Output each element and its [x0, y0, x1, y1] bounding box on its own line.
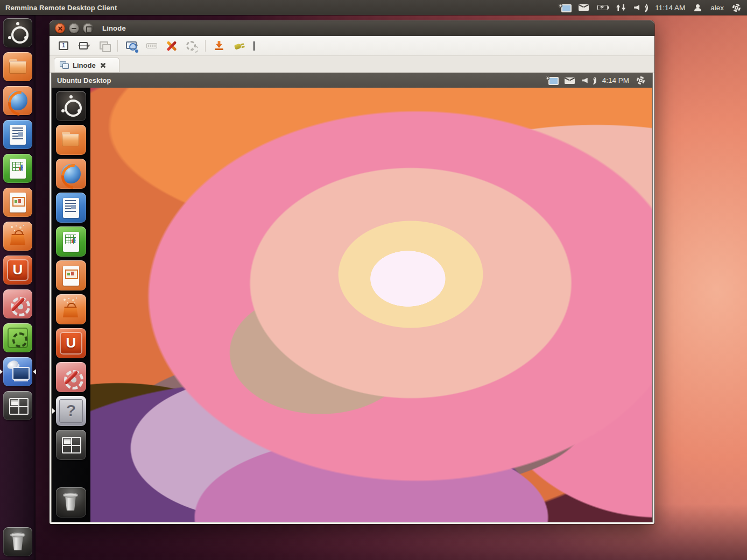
volume-indicator-icon[interactable] [634, 4, 646, 12]
firefox-icon [3, 86, 32, 115]
toolbar-fullscreen-button[interactable]: 1 [57, 39, 70, 52]
close-button[interactable] [55, 23, 65, 33]
gears-icon [185, 39, 198, 52]
mail-indicator-icon[interactable] [579, 4, 589, 11]
close-tab-icon[interactable] [100, 62, 107, 69]
network-updown-icon[interactable] [616, 4, 625, 11]
help-icon: ? [56, 396, 86, 426]
scaled-viewing-icon [125, 39, 138, 52]
ubuntu-one-glyph: U [3, 261, 32, 278]
launcher-item-trash[interactable] [3, 527, 32, 556]
user-name[interactable]: alex [710, 4, 724, 12]
toolbar-resize-button[interactable] [77, 39, 90, 52]
remote-clock[interactable]: 4:14 PM [602, 76, 629, 84]
toolbar-separator [205, 40, 206, 52]
remote-indicator-tray: 4:14 PM [546, 76, 647, 84]
remmina-toolbar: 1 [50, 36, 654, 56]
launcher-item-home-folder[interactable] [56, 125, 86, 155]
toolbar-settings-button [185, 39, 198, 52]
window-titlebar[interactable]: Linode [50, 20, 654, 36]
launcher-item-system-settings[interactable] [3, 289, 32, 318]
volume-wave [639, 3, 648, 13]
ubuntu-one-icon: U [3, 256, 32, 285]
text-cursor [253, 41, 255, 51]
launcher-item-system-settings[interactable] [56, 362, 86, 392]
launcher-item-ubuntu-software-center[interactable] [56, 294, 86, 324]
launcher-item-dash-home[interactable] [56, 91, 86, 121]
tab-label: Linode [73, 61, 96, 69]
launcher-item-libreoffice-calc[interactable] [3, 154, 32, 183]
remote-desktop-indicator-icon[interactable] [559, 4, 570, 12]
writer-icon [3, 120, 32, 149]
remote-desktop-label: Ubuntu Desktop [57, 76, 111, 84]
impress-icon [3, 188, 32, 217]
launcher-item-help[interactable]: ? [56, 396, 86, 426]
connection-tabbar: Linode [50, 56, 654, 73]
toolbar-separator [117, 40, 118, 52]
toolbar-scaled-view-button[interactable] [125, 39, 138, 52]
launcher-item-libreoffice-writer[interactable] [56, 193, 86, 223]
launcher-item-home-folder[interactable] [3, 52, 32, 81]
toolbar-preferences-button[interactable] [165, 39, 178, 52]
host-top-panel: Remmina Remote Desktop Client 11:14 AM a… [0, 0, 747, 15]
launcher-item-ubuntu-one[interactable]: U [3, 256, 32, 285]
toolbar-duplicate-button [97, 39, 110, 52]
mail-indicator-icon[interactable] [565, 77, 575, 84]
launcher-item-workspace-switcher[interactable] [3, 391, 32, 420]
trash-icon [3, 527, 32, 556]
writer-icon [56, 193, 86, 223]
toolbar-disconnect-button[interactable] [232, 39, 245, 52]
launcher-item-trash[interactable] [56, 487, 86, 518]
folder-icon [56, 125, 86, 155]
launcher-item-libreoffice-impress[interactable] [56, 260, 86, 290]
launcher-item-software-updater[interactable] [3, 323, 32, 352]
remote-desktop-viewport[interactable]: Ubuntu Desktop 4:14 PM U? [51, 73, 653, 522]
volume-wave [588, 75, 596, 86]
remmina-window: Linode 1 [50, 20, 654, 524]
launcher-item-libreoffice-writer[interactable] [3, 120, 32, 149]
remote-desktop-indicator-icon[interactable] [546, 76, 557, 84]
disconnect-plug-icon [232, 39, 245, 52]
launcher-item-libreoffice-calc[interactable] [56, 226, 86, 257]
fullscreen-number: 1 [57, 42, 70, 48]
firefox-icon [56, 159, 86, 189]
workspace-icon [56, 430, 86, 460]
tab-linode[interactable]: Linode [54, 58, 119, 72]
remote-wallpaper [90, 88, 652, 522]
launcher-item-workspace-switcher[interactable] [56, 430, 86, 460]
launcher-item-ubuntu-one[interactable]: U [56, 328, 86, 358]
help-glyph: ? [56, 401, 86, 420]
host-launcher: U [0, 15, 36, 560]
running-indicator-arrow-left [0, 369, 5, 374]
window-title: Linode [102, 24, 126, 32]
ubuntu-dash-icon [56, 91, 86, 121]
session-gear-icon[interactable] [637, 76, 645, 84]
software-center-icon [3, 222, 32, 251]
maximize-button[interactable] [83, 23, 93, 33]
host-indicator-tray: 11:14 AM alex [559, 4, 747, 12]
software-center-icon [56, 294, 86, 324]
running-indicator-arrow-left [52, 408, 58, 414]
folder-icon [3, 52, 32, 81]
ubuntu-one-icon: U [56, 328, 86, 358]
ubuntu-dash-icon [3, 18, 32, 47]
toolbar-minimize-to-tray-button[interactable] [213, 39, 225, 52]
minimize-arrow-icon [213, 39, 225, 52]
launcher-item-firefox[interactable] [3, 86, 32, 115]
toolbar-keyboard-button [145, 39, 158, 52]
launcher-item-remmina[interactable] [3, 357, 32, 386]
session-gear-icon[interactable] [732, 4, 741, 12]
remmina-icon [3, 357, 32, 386]
calc-icon [56, 226, 86, 257]
volume-indicator-icon[interactable] [582, 76, 595, 84]
launcher-item-libreoffice-impress[interactable] [3, 188, 32, 217]
launcher-item-ubuntu-software-center[interactable] [3, 222, 32, 251]
launcher-item-firefox[interactable] [56, 159, 86, 189]
resize-window-icon [77, 39, 90, 52]
battery-indicator-icon[interactable] [597, 5, 608, 10]
minimize-button[interactable] [69, 23, 79, 33]
launcher-item-dash-home[interactable] [3, 18, 32, 47]
running-indicator-arrow-right [30, 369, 36, 374]
duplicate-connection-icon [97, 39, 110, 52]
clock[interactable]: 11:14 AM [655, 4, 685, 12]
